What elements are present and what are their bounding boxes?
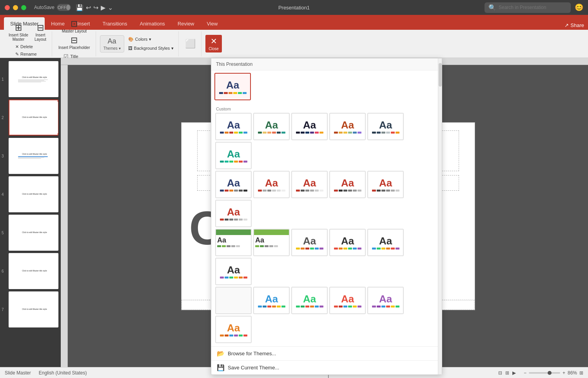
theme-item-12[interactable]: Aa (215, 200, 252, 227)
insert-slide-master-icon: ⊞ (15, 24, 22, 32)
theme-aa-7: Aa (227, 178, 240, 188)
current-theme-item[interactable]: Aa (214, 73, 251, 100)
theme-green-1[interactable]: Aa (215, 229, 252, 256)
theme-item-5[interactable]: Aa (367, 113, 404, 140)
search-input[interactable] (499, 5, 567, 10)
maximize-window-btn[interactable] (21, 5, 26, 10)
theme-item-2[interactable]: Aa (253, 113, 290, 140)
theme-item-6[interactable]: Aa (215, 142, 252, 169)
slide-number-1: 1 (2, 77, 4, 81)
this-presentation-section: Aa (211, 71, 442, 103)
theme-item-r3c6[interactable]: Aa (215, 258, 252, 285)
present-icon[interactable]: ▶ (101, 4, 105, 11)
search-bar[interactable]: 🔍 (485, 2, 571, 13)
slide-thumb-container-2: 2 Click to edit Master title style (9, 99, 58, 136)
theme-green-bar-2 (254, 230, 289, 235)
master-layout-icon: ⊡ (71, 20, 78, 28)
theme-green-2[interactable]: Aa (253, 229, 290, 256)
insert-slide-master-btn[interactable]: ⊞ Insert SlideMaster (6, 23, 31, 42)
autosave-toggle[interactable]: OFF (57, 4, 71, 11)
user-icon[interactable]: 😊 (575, 3, 583, 12)
tab-review[interactable]: Review (171, 17, 201, 30)
undo-icon[interactable]: ↩ (86, 4, 91, 11)
theme-item-r4c5[interactable]: Aa (367, 287, 404, 314)
themes-btn[interactable]: Aa Themes ▾ (100, 35, 124, 52)
theme-item-1[interactable]: Aa (215, 113, 252, 140)
save-theme-item[interactable]: 💾 Save Current Theme... ↑ (211, 360, 442, 374)
theme-item-r3c4[interactable]: Aa (329, 229, 366, 256)
insert-placeholder-btn[interactable]: ⊟ Insert Placeholder (56, 35, 93, 51)
zoom-label: 86% (568, 370, 577, 376)
theme-item-7[interactable]: Aa (215, 171, 252, 198)
theme-colors-5 (372, 132, 399, 134)
zoom-control: − + 86% ⊞ (524, 370, 583, 376)
theme-aa-r4c2: Aa (265, 294, 278, 304)
minimize-window-btn[interactable] (13, 5, 18, 10)
dropdown-scroll-thumb[interactable] (439, 63, 442, 87)
theme-color-5 (238, 92, 242, 94)
insert-layout-btn[interactable]: ⊟ InsertLayout (32, 23, 49, 42)
theme-item-3[interactable]: Aa (291, 113, 328, 140)
theme-item-4[interactable]: Aa (329, 113, 366, 140)
theme-item-8[interactable]: Aa (253, 171, 290, 198)
colors-btn[interactable]: 🎨 Colors ▾ (127, 36, 176, 43)
tab-view[interactable]: View (201, 17, 224, 30)
theme-colors-4 (334, 132, 361, 134)
ribbon-group-slide-size: ⬜ (180, 31, 201, 56)
theme-colors-9 (296, 190, 323, 192)
master-layout-btn[interactable]: ⊡ Master Layout (60, 19, 89, 34)
save-icon[interactable]: 💾 (76, 4, 83, 11)
slide-thumb-inner-5: Click to edit Master title style (11, 217, 58, 248)
theme-item-9[interactable]: Aa (291, 171, 328, 198)
grid-view-icon[interactable]: ⊞ (505, 370, 509, 376)
close-master-btn[interactable]: ✕ Close (205, 35, 222, 52)
theme-item-r4c4[interactable]: Aa (329, 287, 366, 314)
slide-thumb-2[interactable]: Click to edit Master title style (9, 99, 58, 136)
zoom-thumb (548, 371, 552, 375)
theme-colors-r4c3 (296, 306, 323, 307)
slide-thumb-1[interactable]: Click to edit Master title style (9, 61, 58, 97)
normal-view-icon[interactable]: ⊟ (498, 370, 502, 376)
background-styles-btn[interactable]: 🖼 Background Styles ▾ (127, 45, 176, 52)
dropdown-scrollbar[interactable] (438, 58, 442, 374)
tab-animations[interactable]: Animations (134, 17, 171, 30)
redo-icon[interactable]: ↪ (93, 4, 98, 11)
theme-aa-r3c5: Aa (379, 236, 392, 246)
rename-btn[interactable]: ✎ Rename (14, 51, 41, 58)
theme-colors-2 (258, 132, 285, 134)
theme-aa-r4c6: Aa (227, 323, 240, 333)
theme-color-3 (229, 92, 232, 94)
theme-green-bar-1 (216, 230, 251, 235)
theme-item-r3c5[interactable]: Aa (367, 229, 404, 256)
presenter-view-icon[interactable]: ▶ (512, 370, 516, 376)
browse-themes-item[interactable]: 📂 Browse for Themes... (211, 346, 442, 360)
theme-item-r4c6[interactable]: Aa (215, 316, 252, 343)
delete-btn[interactable]: ✕ Delete (14, 43, 41, 50)
zoom-plus-icon[interactable]: + (563, 370, 565, 376)
slide-thumb-7[interactable]: Click to edit Master title style (9, 291, 58, 327)
slide-thumb-4[interactable]: Click to edit Master title style (9, 176, 58, 212)
slide-thumb-container-4: 4 Click to edit Master title style (9, 176, 58, 212)
theme-item-11[interactable]: Aa (367, 171, 404, 198)
close-window-btn[interactable] (5, 5, 10, 10)
slide-thumb-6[interactable]: Click to edit Master title style (9, 253, 58, 289)
slide-thumb-5[interactable]: Click to edit Master title style (9, 215, 58, 251)
zoom-slider[interactable] (529, 372, 560, 374)
window-controls (5, 5, 26, 10)
theme-colors-1 (220, 132, 247, 134)
zoom-minus-icon[interactable]: − (524, 370, 526, 376)
theme-item-r3c3[interactable]: Aa (291, 229, 328, 256)
slide-thumb-inner-4: Click to edit Master title style (11, 179, 58, 210)
theme-item-r4c2[interactable]: Aa (253, 287, 290, 314)
theme-item-r4c1[interactable] (215, 287, 252, 314)
more-icon[interactable]: ⌄ (108, 4, 113, 11)
theme-item-10[interactable]: Aa (329, 171, 366, 198)
theme-item-r4c3[interactable]: Aa (291, 287, 328, 314)
fit-view-icon[interactable]: ⊞ (579, 370, 583, 376)
tab-transitions[interactable]: Transitions (96, 17, 133, 30)
slide-size-btn[interactable]: ⬜ (183, 39, 198, 49)
autosave-knob (66, 5, 70, 10)
ribbon-group-edit-master: ⊞ Insert SlideMaster ⊟ InsertLayout ✕ De… (3, 31, 52, 56)
share-button[interactable]: ↗ Share (564, 22, 584, 28)
slide-thumb-3[interactable]: Click to edit Master title style (9, 138, 58, 174)
